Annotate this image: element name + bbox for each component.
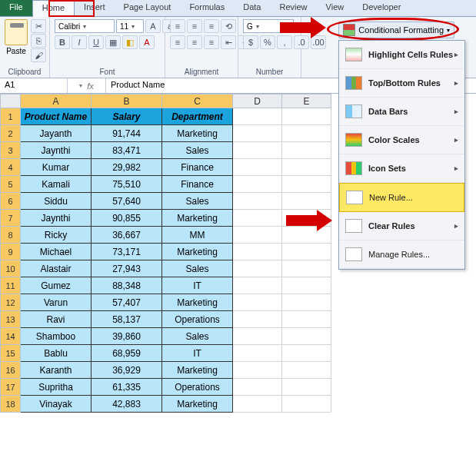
data-cell[interactable]: Kamali [21, 176, 92, 193]
row-header-1[interactable]: 1 [1, 108, 21, 125]
data-cell[interactable]: 73,171 [92, 244, 162, 260]
empty-cell[interactable] [282, 108, 331, 125]
data-cell[interactable]: 90,855 [92, 210, 162, 227]
table-header-cell[interactable]: Product Name [21, 108, 92, 125]
data-cell[interactable]: Sales [162, 142, 233, 159]
data-cell[interactable]: Finance [162, 159, 233, 176]
empty-cell[interactable] [282, 345, 331, 362]
data-cell[interactable]: Siddu [21, 193, 92, 210]
percent-button[interactable]: % [260, 35, 275, 49]
empty-cell[interactable] [282, 176, 331, 193]
paste-button[interactable]: Paste [5, 19, 28, 55]
data-cell[interactable]: 68,959 [92, 345, 162, 362]
row-header-14[interactable]: 14 [1, 328, 21, 345]
data-cell[interactable]: Shamboo [21, 328, 92, 345]
data-cell[interactable]: Kumar [21, 159, 92, 176]
format-painter-button[interactable]: 🖌 [31, 48, 46, 62]
row-header-17[interactable]: 17 [1, 379, 21, 396]
empty-cell[interactable] [233, 277, 282, 294]
empty-cell[interactable] [233, 159, 282, 176]
data-cell[interactable]: Sales [162, 193, 233, 210]
data-cell[interactable]: Ricky [21, 227, 92, 244]
data-cell[interactable]: Jaynthi [21, 142, 92, 159]
data-cell[interactable]: 83,471 [92, 142, 162, 159]
row-header-16[interactable]: 16 [1, 362, 21, 379]
empty-cell[interactable] [282, 193, 331, 210]
orientation-button[interactable]: ⟲ [221, 19, 236, 33]
tab-formulas[interactable]: Formulas [180, 0, 234, 16]
font-size-dropdown[interactable]: 11 [116, 19, 144, 33]
empty-cell[interactable] [233, 311, 282, 328]
empty-cell[interactable] [282, 210, 331, 227]
data-cell[interactable]: IT [162, 345, 233, 362]
empty-cell[interactable] [282, 142, 331, 159]
menu-top-bottom-rules[interactable]: Top/Bottom Rules [339, 69, 464, 98]
col-header-C[interactable]: C [162, 95, 233, 108]
data-cell[interactable]: Bablu [21, 345, 92, 362]
menu-color-scales[interactable]: Color Scales [339, 126, 464, 154]
row-header-4[interactable]: 4 [1, 159, 21, 176]
row-header-15[interactable]: 15 [1, 345, 21, 362]
col-header-A[interactable]: A [21, 95, 92, 108]
empty-cell[interactable] [233, 362, 282, 379]
decrease-decimal-button[interactable]: .00 [311, 35, 326, 49]
fx-button[interactable]: ▾fx [68, 78, 106, 93]
data-cell[interactable]: 39,860 [92, 328, 162, 345]
data-cell[interactable]: IT [162, 277, 233, 294]
empty-cell[interactable] [233, 125, 282, 142]
table-header-cell[interactable]: Department [162, 108, 233, 125]
empty-cell[interactable] [233, 260, 282, 277]
data-cell[interactable]: 75,510 [92, 176, 162, 193]
empty-cell[interactable] [282, 311, 331, 328]
row-header-11[interactable]: 11 [1, 277, 21, 294]
data-cell[interactable]: Marketing [162, 125, 233, 142]
align-bottom-button[interactable]: ≡ [204, 19, 219, 33]
data-cell[interactable]: Operations [162, 311, 233, 328]
data-cell[interactable]: 91,744 [92, 125, 162, 142]
data-cell[interactable]: 57,640 [92, 193, 162, 210]
tab-view[interactable]: View [317, 0, 354, 16]
empty-cell[interactable] [233, 294, 282, 311]
data-cell[interactable]: Jaynthi [21, 210, 92, 227]
comma-button[interactable]: , [277, 35, 292, 49]
empty-cell[interactable] [233, 176, 282, 193]
data-cell[interactable]: Varun [21, 294, 92, 311]
data-cell[interactable]: 27,943 [92, 260, 162, 277]
menu-manage-rules[interactable]: Manage Rules... [339, 240, 464, 269]
empty-cell[interactable] [282, 379, 331, 396]
tab-insert[interactable]: Insert [75, 0, 115, 16]
italic-button[interactable]: I [72, 35, 87, 49]
row-header-3[interactable]: 3 [1, 142, 21, 159]
increase-font-button[interactable]: A [145, 19, 161, 33]
row-header-9[interactable]: 9 [1, 244, 21, 260]
row-header-5[interactable]: 5 [1, 176, 21, 193]
empty-cell[interactable] [233, 210, 282, 227]
font-name-dropdown[interactable]: Calibri [55, 19, 115, 33]
data-cell[interactable]: MM [162, 227, 233, 244]
increase-decimal-button[interactable]: .0 [294, 35, 309, 49]
currency-button[interactable]: $ [243, 35, 258, 49]
data-cell[interactable]: 36,929 [92, 362, 162, 379]
empty-cell[interactable] [233, 244, 282, 260]
empty-cell[interactable] [282, 159, 331, 176]
tab-pagelayout[interactable]: Page Layout [115, 0, 181, 16]
data-cell[interactable]: Supritha [21, 379, 92, 396]
data-cell[interactable]: 61,335 [92, 379, 162, 396]
table-header-cell[interactable]: Salary [92, 108, 162, 125]
data-cell[interactable]: Marketing [162, 294, 233, 311]
data-cell[interactable]: Sales [162, 328, 233, 345]
row-header-13[interactable]: 13 [1, 311, 21, 328]
row-header-18[interactable]: 18 [1, 396, 21, 413]
tab-review[interactable]: Review [270, 0, 316, 16]
empty-cell[interactable] [233, 142, 282, 159]
empty-cell[interactable] [233, 328, 282, 345]
data-cell[interactable]: Marketing [162, 362, 233, 379]
data-cell[interactable]: Operations [162, 379, 233, 396]
data-cell[interactable]: Michael [21, 244, 92, 260]
menu-new-rule[interactable]: New Rule... [339, 183, 464, 212]
data-cell[interactable]: Vinayak [21, 396, 92, 413]
col-header-B[interactable]: B [92, 95, 162, 108]
font-color-button[interactable]: A [139, 35, 155, 49]
col-header-E[interactable]: E [282, 95, 331, 108]
bold-button[interactable]: B [55, 35, 70, 49]
